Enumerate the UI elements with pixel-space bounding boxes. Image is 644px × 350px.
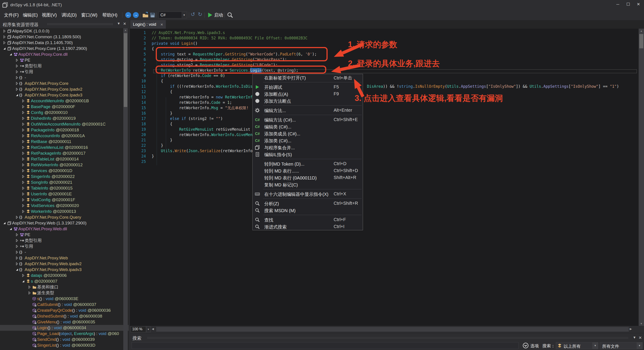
expander-expanded-icon[interactable] (15, 93, 19, 97)
expander-collapsed-icon[interactable] (21, 169, 26, 173)
tree-row[interactable]: RetWorkerInfo @02000012 (0, 162, 129, 168)
tree-row[interactable]: Services @0200001D (0, 168, 129, 174)
context-menu-item[interactable]: 添加方法断点 (253, 97, 363, 104)
minimize-button[interactable]: ─ (613, 0, 623, 8)
expander-collapsed-icon[interactable] (15, 256, 19, 260)
expander-expanded-icon[interactable] (2, 46, 7, 50)
expander-collapsed-icon[interactable] (21, 180, 26, 184)
expander-collapsed-icon[interactable] (27, 291, 32, 295)
expander-collapsed-icon[interactable] (21, 157, 26, 161)
expander-collapsed-icon[interactable] (21, 116, 26, 120)
tree-scrollbar[interactable]: ▲ (123, 28, 128, 350)
tree-row[interactable]: TableInfo @02000015 (0, 185, 129, 191)
context-menu-item[interactable]: 编辑方法...Alt+Enter (253, 107, 363, 114)
expander-collapsed-icon[interactable] (27, 285, 32, 289)
menu-item-2[interactable]: 编辑(E) (23, 12, 38, 18)
scrollbar-thumb[interactable] (124, 33, 127, 107)
expander-collapsed-icon[interactable] (15, 76, 19, 80)
expander-collapsed-icon[interactable] (2, 41, 7, 45)
expander-collapsed-icon[interactable] (21, 210, 26, 214)
tree-row[interactable]: SingerInfo @02000022 (0, 174, 129, 180)
code-view[interactable]: 在新标签页中打开(T)Ctrl+单击开始调试F5添加断点(A)F9添加方法断点编… (130, 29, 639, 326)
context-menu-item[interactable]: 转到 MD 表行......Ctrl+Shift+D (253, 167, 363, 174)
expander-expanded-icon[interactable] (8, 227, 13, 231)
tree-row[interactable]: RetAccountInfo @0200001A (0, 133, 129, 139)
tree-row[interactable]: AspDIY.Net.Proxy.Web.dll (0, 226, 129, 232)
expander-collapsed-icon[interactable] (15, 262, 19, 266)
tree-row[interactable]: 基类和接口 (0, 284, 129, 290)
tree-row[interactable]: RetPackageInfo @02000017 (0, 150, 129, 156)
tree-row[interactable]: {}AspDIY.Net.Proxy.Web (0, 255, 129, 261)
close-panel-icon[interactable]: ✕ (639, 336, 642, 340)
search-icon[interactable] (227, 12, 233, 18)
chevron-down-icon[interactable]: ▼ (633, 336, 636, 339)
options-expander-icon[interactable] (523, 342, 528, 348)
expander-collapsed-icon[interactable] (15, 64, 19, 68)
chevron-down-icon[interactable]: ▼ (182, 12, 187, 18)
expander-collapsed-icon[interactable] (21, 122, 26, 126)
tree-row[interactable]: BasePage @0200000F (0, 104, 129, 110)
tree-row[interactable]: SongInfo @02000021 (0, 180, 129, 185)
chevron-down-icon[interactable]: ▼ (592, 342, 598, 349)
tree-row[interactable]: SingerList() : void @0600003D (0, 342, 129, 348)
expander-expanded-icon[interactable] (15, 268, 19, 272)
tree-row[interactable]: datajs @02000006 (0, 272, 129, 278)
context-menu-item[interactable]: C#编辑方法 (C#)...Ctrl+Shift+E (253, 116, 363, 123)
tree-row[interactable]: {}- (0, 75, 129, 80)
tree-row[interactable]: OutWineAccountMenuInfo @0200001C (0, 121, 129, 127)
tree-row[interactable]: s @02000007 (0, 278, 129, 284)
tree-row[interactable]: RetTableList @02000014 (0, 156, 129, 162)
search-scope-select[interactable]: 以上所有 ▼ (556, 342, 598, 349)
tree-row[interactable]: PackageInfo @02000018 (0, 127, 129, 133)
context-menu-item[interactable]: 0101在十六进制编辑器中显示指令(X)Ctrl+X (253, 190, 363, 198)
tree-row[interactable]: {}AspDIY.Net.Proxy.Web.ipadv2 (0, 261, 129, 267)
expander-collapsed-icon[interactable] (21, 110, 26, 114)
tree-row[interactable]: {}AspDIY.Net.Proxy.Core.Query (0, 214, 129, 220)
tree-row[interactable]: {}- (0, 249, 129, 255)
context-menu-item[interactable]: 转到 MD 表行 (0A00011D)Shift+Alt+R (253, 174, 363, 181)
tree-row[interactable]: SendCmd() : void @06000039 (0, 336, 129, 342)
context-menu-item[interactable]: C#编辑类 (C#)... (253, 123, 363, 130)
undo-icon[interactable]: ↺ (191, 11, 195, 18)
menu-item-4[interactable]: 调试(D) (62, 12, 77, 18)
tree-row[interactable]: CallSubmit() : void @06000037 (0, 302, 129, 308)
expander-collapsed-icon[interactable] (15, 70, 19, 74)
expander-collapsed-icon[interactable] (21, 146, 26, 150)
context-menu-item[interactable]: 开始调试F5 (253, 84, 363, 90)
expander-collapsed-icon[interactable] (15, 87, 19, 91)
tree-row[interactable]: Config @02000010 (0, 110, 129, 116)
expander-collapsed-icon[interactable] (21, 140, 26, 144)
search-filter-select[interactable]: 所有文件 ▼ (600, 342, 643, 349)
close-button[interactable]: ✕ (633, 0, 644, 8)
tree-row[interactable]: AccountMenuInfo @0200001B (0, 98, 129, 104)
scroll-left-icon[interactable]: ◀ (152, 327, 154, 330)
tree-row[interactable]: {}AspDIY.Net.Proxy.Core.Ipadv2 (0, 86, 129, 92)
expander-expanded-icon[interactable] (21, 279, 26, 283)
maximize-button[interactable]: ☐ (623, 0, 633, 8)
menu-item-6[interactable]: 帮助(H) (102, 12, 118, 18)
expander-collapsed-icon[interactable] (15, 233, 19, 237)
context-menu-item[interactable]: 转到MD Token (D)...Ctrl+D (253, 160, 363, 167)
tree-row[interactable]: RetGiveMenuList @02000016 (0, 144, 129, 150)
tree-row[interactable]: 引用 (0, 244, 129, 249)
expander-collapsed-icon[interactable] (15, 82, 19, 86)
tree-row[interactable]: {}AspDIY.Net.Proxy.Core.Ipadv3 (0, 92, 129, 98)
close-panel-icon[interactable]: ✕ (123, 22, 126, 26)
chevron-down-icon[interactable]: ▼ (146, 326, 150, 332)
expander-collapsed-icon[interactable] (15, 244, 19, 248)
start-play-icon[interactable] (207, 12, 213, 18)
expander-collapsed-icon[interactable] (21, 174, 26, 178)
expander-collapsed-icon[interactable] (2, 29, 7, 33)
expander-collapsed-icon[interactable] (21, 134, 26, 138)
tree-row[interactable]: PE (0, 232, 129, 238)
expander-collapsed-icon[interactable] (21, 186, 26, 190)
search-input[interactable] (132, 342, 519, 349)
context-menu-item[interactable]: 渐进式搜索Ctrl+I (253, 223, 363, 230)
horizontal-scrollbar[interactable] (156, 327, 629, 332)
tree-row[interactable]: AspDIY.Net.Common (3.1.1809.500) (0, 34, 129, 40)
tree-row[interactable]: DishedSubmit() : void @06000038 (0, 313, 129, 319)
tree-row[interactable]: UserInfo @0200001E (0, 191, 129, 197)
scroll-right-icon[interactable]: ▶ (630, 327, 632, 330)
scrollbar-thumb[interactable] (639, 34, 643, 48)
tree-row[interactable]: 类型引用 (0, 238, 129, 244)
